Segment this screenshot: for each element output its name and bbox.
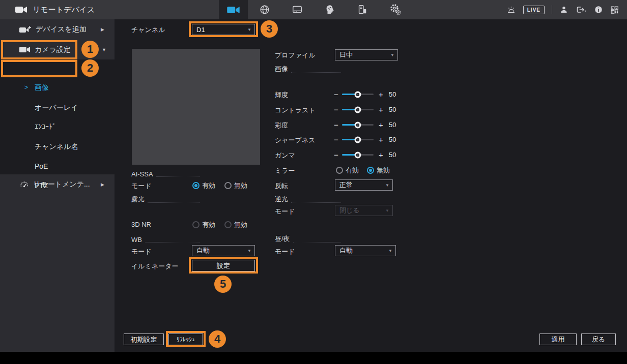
- channel-select-value: D1: [196, 26, 205, 34]
- chevron-right-icon: >: [24, 84, 28, 91]
- apply-button[interactable]: 適用: [539, 333, 577, 345]
- remote-device-window: リモートデバイス: [0, 0, 627, 364]
- sidebar: デバイスを追加 ▶ カメラ設定 ▼ > 画像 オーバーレイ ｴﾝｺｰﾄﾞ チャン…: [0, 19, 115, 352]
- ai-ssa-mode-label: モード: [131, 181, 152, 191]
- slider-thumb[interactable]: [355, 106, 361, 113]
- mirror-enabled-radio[interactable]: 有効: [336, 166, 359, 175]
- sharpness-slider-row: シャープネス − + 50: [275, 135, 407, 145]
- sidebar-item-camera-settings[interactable]: カメラ設定 ▼: [0, 40, 115, 59]
- tab-remote-device[interactable]: [219, 0, 248, 19]
- ai-ssa-section-header: AI-SSA: [131, 170, 200, 178]
- refresh-button[interactable]: ﾘﾌﾚｯｼｭ: [168, 333, 203, 345]
- illuminator-label: イルミネーター: [131, 262, 179, 271]
- sidebar-item-add-device[interactable]: デバイスを追加 ▶: [0, 19, 115, 40]
- mirror-label: ミラー: [275, 166, 295, 175]
- sidebar-item-remote-maintenance[interactable]: リモートメンテ... ▶: [0, 174, 115, 195]
- callout-number-4: 4: [209, 330, 226, 348]
- slider-thumb[interactable]: [355, 122, 361, 128]
- backlight-mode-label: モード: [275, 207, 295, 216]
- gauge-icon: [19, 180, 29, 190]
- tab-storage[interactable]: [287, 0, 307, 19]
- slider-decrease-button[interactable]: −: [334, 150, 338, 159]
- slider-thumb[interactable]: [355, 136, 361, 143]
- slider-track[interactable]: [342, 94, 374, 95]
- submenu-item-channel-name[interactable]: チャンネル名: [35, 142, 78, 151]
- submenu-item-poe[interactable]: PoE: [35, 162, 48, 170]
- profile-select[interactable]: 日中 ▼: [335, 49, 398, 60]
- chevron-down-icon: ▼: [385, 183, 389, 188]
- bottom-black-strip: [0, 352, 627, 364]
- slider-increase-button[interactable]: +: [379, 135, 383, 144]
- slider-increase-button[interactable]: +: [379, 150, 383, 159]
- daynight-mode-select[interactable]: 自動 ▼: [335, 245, 396, 256]
- profile-select-value: 日中: [339, 50, 353, 59]
- slider-track[interactable]: [342, 139, 374, 140]
- flip-label: 反転: [275, 181, 288, 191]
- tab-settings[interactable]: [385, 0, 406, 19]
- submenu-item-image[interactable]: 画像: [35, 83, 49, 93]
- page-title: リモートデバイス: [15, 0, 95, 19]
- slider-thumb[interactable]: [355, 91, 361, 98]
- slider-track[interactable]: [342, 109, 374, 110]
- separator: [552, 5, 552, 14]
- ai-head-icon: [324, 4, 335, 15]
- ai-ssa-disabled-radio[interactable]: 無効: [224, 181, 247, 190]
- slider-track[interactable]: [342, 154, 374, 156]
- brightness-slider-row: 輝度 − + 50: [275, 89, 407, 100]
- saturation-slider-row: 彩度 − + 50: [275, 120, 407, 130]
- channel-select[interactable]: D1 ▼: [192, 24, 255, 35]
- mirror-radios: 有効 無効: [336, 166, 390, 175]
- slider-increase-button[interactable]: +: [379, 105, 383, 114]
- nr3d-enabled-radio[interactable]: 有効: [192, 220, 215, 229]
- qr-code-icon[interactable]: [610, 6, 619, 14]
- slider-decrease-button[interactable]: −: [334, 135, 338, 144]
- ai-ssa-enabled-radio[interactable]: 有効: [192, 181, 215, 190]
- slider-track[interactable]: [342, 124, 374, 126]
- callout-number-5: 5: [214, 276, 232, 293]
- mirror-disabled-radio[interactable]: 無効: [367, 166, 390, 175]
- tab-ai[interactable]: [320, 0, 340, 19]
- backlight-mode-select-value: 閉じる: [339, 206, 360, 215]
- sidebar-item-label: デバイスを追加: [36, 25, 87, 34]
- slider-decrease-button[interactable]: −: [334, 120, 338, 129]
- slider-increase-button[interactable]: +: [379, 120, 383, 129]
- gears-icon: [389, 4, 402, 16]
- page-title-text: リモートデバイス: [33, 5, 95, 15]
- chevron-down-icon: ▼: [247, 249, 251, 253]
- slider-decrease-button[interactable]: −: [334, 105, 338, 114]
- live-button[interactable]: LIVE: [523, 6, 545, 14]
- nr3d-disabled-radio[interactable]: 無効: [224, 220, 247, 229]
- alarm-siren-icon[interactable]: [506, 5, 516, 15]
- submenu-item-encode[interactable]: ｴﾝｺｰﾄﾞ: [35, 123, 56, 131]
- wb-mode-select[interactable]: 自動 ▼: [192, 245, 255, 256]
- gamma-slider-row: ガンマ − + 50: [275, 150, 407, 160]
- profile-label: プロファイル: [275, 51, 316, 60]
- slider-decrease-button[interactable]: −: [334, 90, 338, 99]
- camera-plus-icon: [19, 25, 32, 34]
- flip-select[interactable]: 正常 ▼: [335, 179, 393, 191]
- tab-system[interactable]: [352, 0, 373, 19]
- logout-icon[interactable]: [576, 5, 587, 14]
- chevron-down-icon: ▼: [247, 27, 251, 32]
- user-icon[interactable]: [559, 5, 568, 14]
- backlight-section-header: 逆光: [275, 196, 341, 204]
- slider-thumb[interactable]: [355, 151, 361, 158]
- back-button[interactable]: 戻る: [581, 333, 616, 345]
- globe-icon: [259, 4, 270, 15]
- computer-tower-icon: [357, 4, 368, 15]
- info-icon[interactable]: [594, 5, 603, 14]
- daynight-section-header: 昼/夜: [275, 235, 341, 244]
- camera-icon: [19, 46, 31, 53]
- channel-label: チャンネル: [131, 25, 165, 35]
- camera-icon: [227, 6, 240, 14]
- wb-mode-select-value: 自動: [196, 246, 210, 255]
- submenu-item-overlay[interactable]: オーバーレイ: [35, 103, 78, 112]
- chevron-down-icon: ▼: [390, 53, 394, 57]
- slider-value: 50: [389, 151, 396, 159]
- slider-value: 50: [389, 90, 396, 98]
- default-settings-button[interactable]: 初期設定: [124, 333, 164, 345]
- illuminator-settings-button[interactable]: 設定: [192, 260, 255, 271]
- slider-increase-button[interactable]: +: [379, 90, 383, 99]
- tab-network[interactable]: [254, 0, 275, 19]
- nr3d-radios: 有効 無効: [192, 220, 247, 229]
